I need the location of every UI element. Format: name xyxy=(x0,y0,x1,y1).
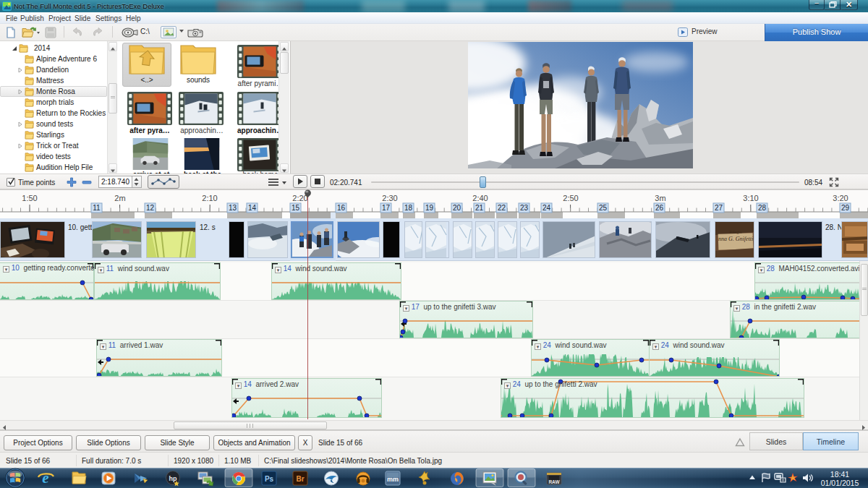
svg-text:23: 23 xyxy=(520,204,529,212)
svg-text:22: 22 xyxy=(498,204,506,212)
svg-text:12: 12 xyxy=(146,204,155,212)
svg-text:18: 18 xyxy=(404,204,413,212)
svg-text:25: 25 xyxy=(599,204,608,212)
svg-text:19: 19 xyxy=(425,204,434,212)
svg-text:e: e xyxy=(42,469,48,487)
svg-text:Ps: Ps xyxy=(265,475,274,483)
svg-text:2:30: 2:30 xyxy=(382,194,397,202)
svg-text:2:10: 2:10 xyxy=(202,194,217,202)
svg-text:17: 17 xyxy=(382,204,391,212)
svg-text:3:20: 3:20 xyxy=(833,194,848,202)
svg-text:26: 26 xyxy=(655,204,664,212)
svg-text:RAW: RAW xyxy=(548,479,560,484)
svg-text:20: 20 xyxy=(453,204,461,212)
svg-text:28: 28 xyxy=(758,204,767,212)
svg-text:2:40: 2:40 xyxy=(472,194,488,202)
svg-text:29: 29 xyxy=(841,204,850,212)
svg-text:2:50: 2:50 xyxy=(563,194,578,202)
svg-text:15: 15 xyxy=(292,204,300,212)
svg-text:14: 14 xyxy=(248,204,257,212)
svg-text:3:10: 3:10 xyxy=(743,194,758,202)
svg-text:24: 24 xyxy=(542,204,551,212)
svg-text:16: 16 xyxy=(337,204,346,212)
svg-text:2m: 2m xyxy=(114,194,125,202)
svg-text:11: 11 xyxy=(93,204,101,212)
svg-text:3m: 3m xyxy=(655,194,665,202)
svg-text:nna G. Gnifetti: nna G. Gnifetti xyxy=(718,236,753,242)
svg-text:mm: mm xyxy=(387,476,399,483)
svg-text:Br: Br xyxy=(296,475,304,483)
svg-text:hp: hp xyxy=(169,475,177,482)
svg-text:01/01/2015: 01/01/2015 xyxy=(821,479,859,487)
svg-text:18:41: 18:41 xyxy=(830,470,849,479)
svg-text:21: 21 xyxy=(475,204,484,212)
svg-text:27: 27 xyxy=(715,204,723,212)
svg-text:Rifugio: Rifugio xyxy=(730,230,742,234)
svg-text:1:50: 1:50 xyxy=(22,194,37,202)
svg-text:13: 13 xyxy=(229,204,237,212)
